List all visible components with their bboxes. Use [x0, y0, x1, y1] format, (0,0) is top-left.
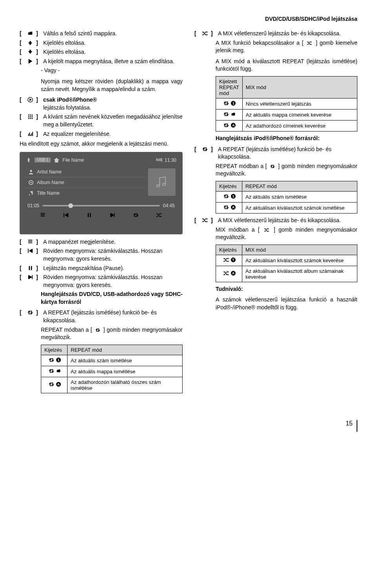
page-number: 15 [20, 420, 357, 432]
table-cell: Az aktuális szám ismétlése [68, 355, 183, 366]
table-cell: Az aktuális mappa ismétlése [68, 366, 183, 377]
mix-text3: MIX módban a [ ] gomb minden megnyomásak… [216, 226, 357, 241]
repeat-table-1: KijelzésREPEAT mód 1Az aktuális szám ism… [41, 345, 183, 393]
table-cell: Nincs véletlenszerű lejátszás [242, 98, 357, 109]
th-kijelzes: Kijelzés [41, 345, 68, 355]
play-icon [24, 58, 36, 66]
player-screenshot: USB 1 File Name 11:30 Artist Name Album … [20, 152, 183, 234]
item-desc: A mappanézet megjelenítése. [41, 238, 183, 246]
item-desc: csak iPod®/iPhone®lejátszás folytatása. [41, 96, 183, 111]
th: MIX mód [242, 245, 357, 255]
item-desc: A kijelölt mappa megnyitása, illetve a s… [41, 58, 183, 66]
tudnivalo-heading: Tudnivaló: [216, 285, 357, 293]
shuffle-icon [199, 217, 211, 225]
eq-icon [24, 130, 36, 138]
time-elapsed: 01:05 [27, 203, 39, 208]
repeat-text2: REPEAT módban a [ ] gomb minden megnyomá… [216, 163, 357, 178]
table-cell: Az aktuális szám ismétlése [242, 191, 357, 202]
usb-tag: USB 1 [35, 157, 51, 163]
title-name: Title Name [37, 190, 60, 196]
th-repeat: REPEAT mód [68, 345, 183, 355]
pause-icon [24, 265, 36, 272]
arrow-up-icon [24, 39, 36, 47]
th: REPEAT mód [242, 181, 357, 191]
item-desc: Röviden megnyomva: számkiválasztás. Hoss… [41, 247, 183, 263]
item-desc: Röviden megnyomva: számkiválasztás. Hoss… [41, 274, 183, 289]
shuffle-icon [199, 30, 211, 38]
right-column: []A MIX véletlenszerű lejátszás be- és k… [194, 30, 357, 396]
list-icon [24, 238, 36, 246]
next-icon [24, 274, 36, 289]
th: Kijelzés [216, 181, 242, 191]
item-desc: A MIX véletlenszerű lejátszás be- és kik… [216, 30, 357, 38]
th: MIX mód [242, 76, 357, 98]
svg-point-22 [28, 158, 29, 159]
time-total: 04:45 [163, 203, 175, 208]
item-desc: Kijelölés eltolása. [41, 48, 183, 56]
clock-time: 11:30 [165, 157, 176, 163]
hang-heading2: Hanglejátszás iPod®/iPhone® forrásról: [216, 135, 357, 142]
play-circle-icon [24, 96, 36, 111]
left-column: []Váltás a felső szintű mappára. []Kijel… [20, 30, 183, 396]
item-desc: A REPEAT (lejátszás ismétlése) funkció b… [216, 146, 357, 161]
file-name: File Name [62, 157, 84, 163]
item-desc: A REPEAT (lejátszás ismétlése) funkció b… [41, 309, 183, 324]
mix-table-1: Kijelzett REPEAT módMIX mód 1Nincs vélet… [216, 76, 357, 131]
table-cell: Az aktuálisan kiválasztott számok ismétl… [242, 202, 357, 213]
hang-heading: Hanglejátszás DVD/CD, USB-adathordozó va… [41, 290, 183, 306]
th: Kijelzés [216, 245, 242, 255]
svg-point-25 [30, 182, 32, 183]
tudnivalo-text: A számok véletlenszerű lejátszása funkci… [216, 296, 357, 311]
grid-icon [24, 113, 36, 128]
artist-name: Artist Name [37, 169, 62, 175]
page-header: DVD/CD/USB/SDHC/iPod lejátszása [20, 16, 357, 22]
table-cell: Az adathordozón található összes szám is… [68, 377, 183, 393]
table-cell: Az aktuálisan kiválasztott album számain… [242, 266, 357, 282]
item-desc: Kijelölés eltolása. [41, 39, 183, 47]
mix-table-2: KijelzésMIX mód TAz aktuálisan kiválaszt… [216, 245, 357, 282]
arrow-down-icon [24, 48, 36, 56]
repeat-icon [199, 146, 211, 161]
item-desc: A kívánt szám nevének közvetlen megadásá… [41, 113, 183, 128]
table-cell: Az adathordozó címeinek keverése [242, 120, 357, 131]
ha-text: Ha elindított egy számot, akkor megjelen… [20, 140, 183, 148]
item-desc: Váltás a felső szintű mappára. [41, 30, 183, 38]
table-cell: Az aktuálisan kiválasztott számok keveré… [242, 255, 357, 266]
repeat-text: REPEAT módban a [ ] gomb minden megnyomá… [41, 326, 183, 341]
item-desc: Lejátszás megszakítása (Pause). [41, 265, 183, 272]
item-desc: Az equalizer megjelenítése. [41, 130, 183, 138]
prev-icon [24, 247, 36, 263]
mix-text: A MIX funkció bekapcsolásakor a [ ] gomb… [216, 39, 357, 55]
vagy-label: - Vagy - [41, 67, 183, 75]
up-folder-icon [24, 30, 36, 38]
th: Kijelzett REPEAT mód [216, 76, 243, 98]
vagy-text: Nyomja meg kétszer röviden (duplaklikk) … [41, 78, 183, 93]
album-name: Album Name [37, 180, 64, 185]
item-desc: A MIX véletlenszerű lejátszás be- és kik… [216, 217, 357, 225]
mix-text2: A MIX mód a kiválasztott REPEAT (lejátsz… [216, 58, 357, 73]
album-art [148, 168, 176, 196]
table-cell: Az aktuális mappa címeinek keverése [242, 109, 357, 120]
svg-point-23 [30, 170, 32, 172]
repeat-table-2: KijelzésREPEAT mód 1Az aktuális szám ism… [216, 181, 357, 214]
repeat-icon [24, 309, 36, 324]
progress-bar[interactable] [42, 205, 160, 206]
